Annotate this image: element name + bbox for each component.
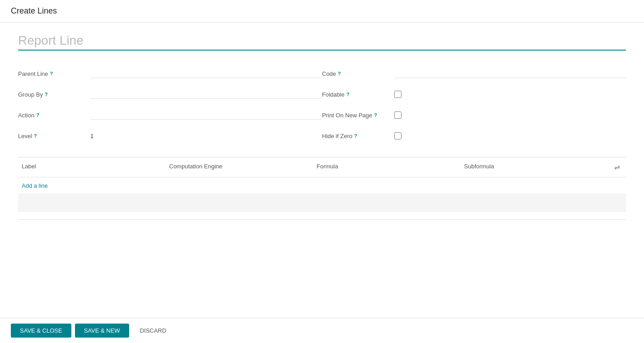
input-action[interactable] xyxy=(90,111,322,120)
value-code xyxy=(394,69,626,78)
separator-line xyxy=(18,219,626,220)
input-group-by[interactable] xyxy=(90,90,322,99)
form-row-parent-line: Parent Line ? xyxy=(18,63,322,84)
col-header-formula: Formula xyxy=(313,161,461,173)
input-code[interactable] xyxy=(394,69,626,78)
dialog-body: Parent Line ? Group By ? xyxy=(0,23,644,318)
help-icon-code[interactable]: ? xyxy=(338,71,341,76)
col-header-label: Label xyxy=(18,161,166,173)
table-section: Label Computation Engine Formula Subform… xyxy=(18,157,626,212)
help-icon-group-by[interactable]: ? xyxy=(45,92,48,97)
value-level: 1 xyxy=(90,132,322,139)
checkbox-hide-if-zero[interactable] xyxy=(394,132,401,139)
form-row-print-on-new-page: Print On New Page ? xyxy=(322,105,626,125)
value-print-on-new-page xyxy=(394,111,626,119)
form-left: Parent Line ? Group By ? xyxy=(18,63,322,146)
add-line-link[interactable]: Add a line xyxy=(22,182,48,189)
form-row-hide-if-zero: Hide if Zero ? xyxy=(322,125,626,146)
label-foldable: Foldable ? xyxy=(322,91,394,98)
label-code: Code ? xyxy=(322,70,394,77)
col-header-subformula: Subformula xyxy=(461,161,608,173)
value-hide-if-zero xyxy=(394,132,626,139)
dialog-header: Create Lines xyxy=(0,0,644,23)
value-foldable xyxy=(394,91,626,98)
help-icon-hide-if-zero[interactable]: ? xyxy=(354,133,357,139)
transfer-icon[interactable]: ⇌ xyxy=(614,163,620,172)
label-level: Level ? xyxy=(18,133,90,139)
label-hide-if-zero: Hide if Zero ? xyxy=(322,133,394,139)
form-row-action: Action ? xyxy=(18,105,322,125)
value-action xyxy=(90,111,322,120)
col-header-computation-engine: Computation Engine xyxy=(166,161,313,173)
help-icon-foldable[interactable]: ? xyxy=(346,92,350,97)
form-row-foldable: Foldable ? xyxy=(322,84,626,105)
form-row-group-by: Group By ? xyxy=(18,84,322,105)
report-line-input[interactable] xyxy=(18,33,334,48)
label-action: Action ? xyxy=(18,112,90,119)
help-icon-action[interactable]: ? xyxy=(36,112,39,118)
level-value: 1 xyxy=(90,133,93,139)
report-line-wrapper xyxy=(18,33,626,51)
help-icon-print-on-new-page[interactable]: ? xyxy=(374,112,377,118)
form-grid: Parent Line ? Group By ? xyxy=(18,63,626,146)
label-group-by: Group By ? xyxy=(18,91,90,98)
form-row-level: Level ? 1 xyxy=(18,125,322,146)
help-icon-level[interactable]: ? xyxy=(34,133,37,139)
dialog-title: Create Lines xyxy=(11,6,57,15)
save-new-button[interactable]: SAVE & NEW xyxy=(75,324,129,338)
form-row-code: Code ? xyxy=(322,63,626,84)
save-close-button[interactable]: SAVE & CLOSE xyxy=(11,324,71,338)
checkbox-print-on-new-page[interactable] xyxy=(394,111,401,119)
checkbox-foldable[interactable] xyxy=(394,91,401,98)
value-group-by xyxy=(90,90,322,99)
dialog-footer: SAVE & CLOSE SAVE & NEW DISCARD xyxy=(0,318,644,343)
label-print-on-new-page: Print On New Page ? xyxy=(322,112,394,119)
discard-button[interactable]: DISCARD xyxy=(133,324,174,338)
form-right: Code ? Foldable ? Prin xyxy=(322,63,626,146)
value-parent-line xyxy=(90,69,322,78)
label-parent-line: Parent Line ? xyxy=(18,70,90,77)
help-icon-parent-line[interactable]: ? xyxy=(50,71,53,76)
table-empty-row xyxy=(18,194,626,212)
col-header-actions: ⇌ xyxy=(608,161,626,173)
add-line-row: Add a line xyxy=(18,177,626,194)
table-header-row: Label Computation Engine Formula Subform… xyxy=(18,158,626,177)
input-parent-line[interactable] xyxy=(90,69,322,78)
